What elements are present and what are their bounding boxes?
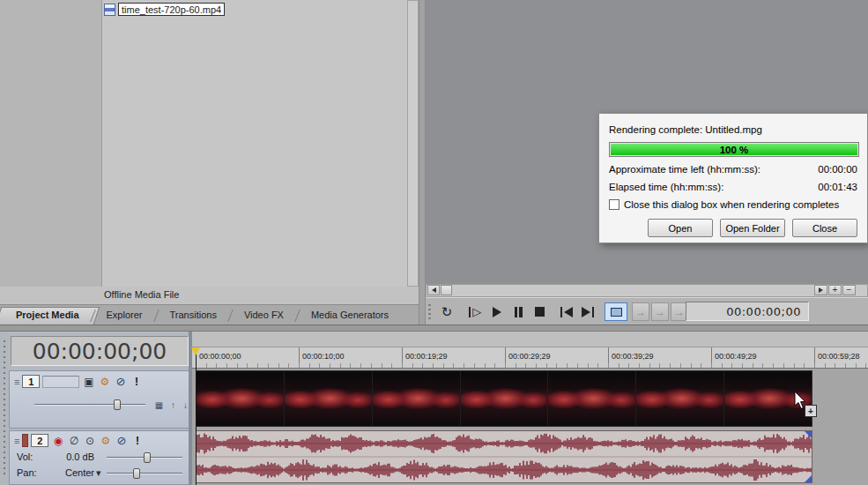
media-file-name[interactable]: time_test-720p-60.mp4 — [118, 3, 225, 16]
tab-media-generators[interactable]: Media Generators — [299, 305, 401, 325]
external-monitor-button[interactable] — [605, 302, 627, 321]
play-from-start-button[interactable]: ▷ — [464, 302, 486, 321]
dialog-buttons: Open Open Folder Close — [648, 219, 857, 237]
ruler-tick: 00:00:49;29 — [711, 347, 712, 369]
zoom-in-button[interactable]: + — [828, 285, 842, 295]
close-button[interactable]: Close — [792, 219, 857, 237]
ruler-tick: 00:00:19;29 — [402, 347, 403, 369]
dialog-title: Rendering complete: Untitled.mpg — [609, 124, 762, 135]
go-to-end-button[interactable] — [577, 302, 598, 321]
zoom-out-button[interactable]: − — [842, 285, 856, 295]
media-pane-status: Offline Media File — [0, 287, 419, 304]
audio-mute-icon[interactable]: ⊘ — [115, 434, 128, 447]
close-dialog-checkbox-label: Close this dialog box when rendering com… — [624, 199, 839, 210]
stop-button[interactable] — [529, 302, 550, 321]
close-dialog-checkbox[interactable] — [609, 199, 619, 210]
render-progress-bar: 100 % — [609, 142, 859, 157]
pan-dropdown-icon[interactable]: ▾ — [96, 467, 101, 479]
slider-handle[interactable] — [114, 399, 121, 410]
video-track-name-field[interactable] — [42, 376, 79, 388]
volume-value[interactable]: 0.0 dB — [48, 451, 94, 462]
transport-extra-button-1[interactable]: → — [632, 302, 649, 321]
transport-bar: ↻ ▷ → → → 00:00:00;00 — [426, 297, 868, 325]
audio-track-row[interactable] — [192, 429, 868, 485]
vegas-main-window: time_test-720p-60.mp4 Offline Media File… — [0, 0, 868, 485]
make-compositing-parent-icon[interactable]: ↑ — [167, 399, 180, 412]
elapsed-time-label: Elapsed time (hh:mm:ss): — [609, 182, 723, 192]
pan-crop-cursor-icon: + — [805, 405, 817, 417]
marker-bar[interactable] — [192, 332, 868, 347]
media-list-scrollbar[interactable] — [407, 0, 419, 287]
video-mute-icon[interactable]: ⊘ — [114, 375, 127, 388]
compositing-mode-icon[interactable]: ▦ — [152, 399, 166, 412]
time-ruler[interactable]: 00:00:00;00 00:00:10;00 00:00:19;29 00:0… — [192, 347, 868, 369]
video-solo-icon[interactable]: ! — [130, 375, 143, 388]
project-media-list[interactable]: time_test-720p-60.mp4 — [102, 0, 407, 287]
fade-handle[interactable] — [805, 475, 812, 482]
timeline-grip-strip[interactable] — [0, 332, 9, 485]
transport-grip[interactable] — [428, 304, 431, 320]
tab-explorer[interactable]: Explorer — [94, 305, 155, 325]
volume-label: Vol: — [17, 451, 33, 462]
vertical-pane-splitter[interactable] — [419, 0, 426, 325]
approx-time-value: 00:00:00 — [818, 164, 857, 175]
tab-project-media[interactable]: Project Media — [4, 305, 92, 325]
tab-transitions[interactable]: Transitions — [158, 305, 229, 325]
video-track-row[interactable] — [192, 369, 868, 429]
volume-slider[interactable] — [107, 452, 182, 463]
horizontal-splitter[interactable] — [0, 325, 868, 332]
video-frame-thumbnail — [373, 371, 461, 426]
transport-timecode-field[interactable]: 00:00:00;00 — [686, 302, 809, 321]
loop-playback-button[interactable]: ↻ — [436, 302, 457, 321]
volume-row: Vol: 0.0 dB — [10, 451, 191, 464]
ruler-tick: 00:00:10;00 — [299, 347, 300, 369]
audio-event[interactable] — [196, 430, 812, 483]
pause-button[interactable] — [508, 302, 529, 321]
window-dock-tabs: Project Media Explorer Transitions Video… — [0, 304, 419, 325]
transport-extra-button-2[interactable]: → — [651, 302, 669, 321]
preview-hscrollbar[interactable]: + − — [426, 284, 868, 297]
audio-track-fx-icon[interactable]: ⊙ — [83, 434, 96, 447]
pan-slider[interactable] — [107, 468, 182, 479]
audio-track-header[interactable]: ≡ 2 ◉ ∅ ⊙ ⚙ ⊘ ! Vol: 0.0 dB Pan: Ce — [9, 430, 192, 485]
composite-level-slider[interactable] — [34, 399, 145, 410]
timeline-timecode-display[interactable]: 00:00:00;00 — [11, 336, 189, 366]
record-arm-icon[interactable]: ◉ — [51, 434, 64, 447]
track-fx-gear-icon[interactable]: ⚙ — [98, 375, 111, 388]
scrollbar-thumb[interactable] — [441, 285, 452, 295]
slider-track — [34, 404, 145, 406]
open-button[interactable]: Open — [648, 219, 713, 237]
ruler-tick: 00:00:39;29 — [608, 347, 609, 369]
video-frame-thumbnail — [285, 371, 373, 426]
progress-percent-label: 100 % — [610, 143, 858, 156]
phase-invert-icon[interactable]: ∅ — [67, 434, 80, 447]
open-folder-button[interactable]: Open Folder — [720, 219, 785, 237]
track-drag-handle[interactable]: ≡ — [14, 436, 19, 446]
go-to-start-button[interactable] — [556, 302, 577, 321]
edit-cursor-head[interactable] — [191, 347, 200, 355]
timeline-track-area: 00:00:00;00 00:00:10;00 00:00:19;29 00:0… — [192, 332, 868, 485]
scroll-right-button[interactable] — [814, 285, 827, 295]
media-file-item[interactable]: time_test-720p-60.mp4 — [104, 2, 225, 17]
fade-handle[interactable] — [805, 431, 812, 438]
timeline-section: 00:00:00;00 ≡ 1 ▣ ⚙ ⊘ ! ▦ ↑ ↓ ≡ — [0, 332, 868, 485]
video-track-header[interactable]: ≡ 1 ▣ ⚙ ⊘ ! ▦ ↑ ↓ — [9, 370, 192, 429]
scroll-left-button[interactable] — [427, 285, 440, 295]
track-motion-icon[interactable]: ▣ — [82, 375, 95, 388]
track-drag-handle[interactable]: ≡ — [14, 377, 19, 387]
audio-track-number: 2 — [31, 434, 48, 447]
play-button[interactable] — [486, 302, 508, 321]
automation-gear-icon[interactable]: ⚙ — [99, 434, 112, 447]
slider-handle[interactable] — [144, 452, 151, 463]
pan-value[interactable]: Center — [48, 467, 94, 478]
track-color-patch — [22, 434, 28, 447]
pan-row: Pan: Center ▾ — [10, 467, 191, 480]
audio-solo-icon[interactable]: ! — [130, 434, 144, 447]
ruler-tick: 00:00:59;28 — [814, 347, 815, 369]
slider-handle[interactable] — [133, 468, 140, 479]
elapsed-time-row: Elapsed time (hh:mm:ss): 00:01:43 — [609, 182, 857, 192]
video-event[interactable] — [196, 370, 812, 427]
tab-video-fx[interactable]: Video FX — [232, 305, 296, 325]
waveform-right-channel — [197, 458, 812, 482]
video-frame-thumbnail — [461, 371, 549, 426]
